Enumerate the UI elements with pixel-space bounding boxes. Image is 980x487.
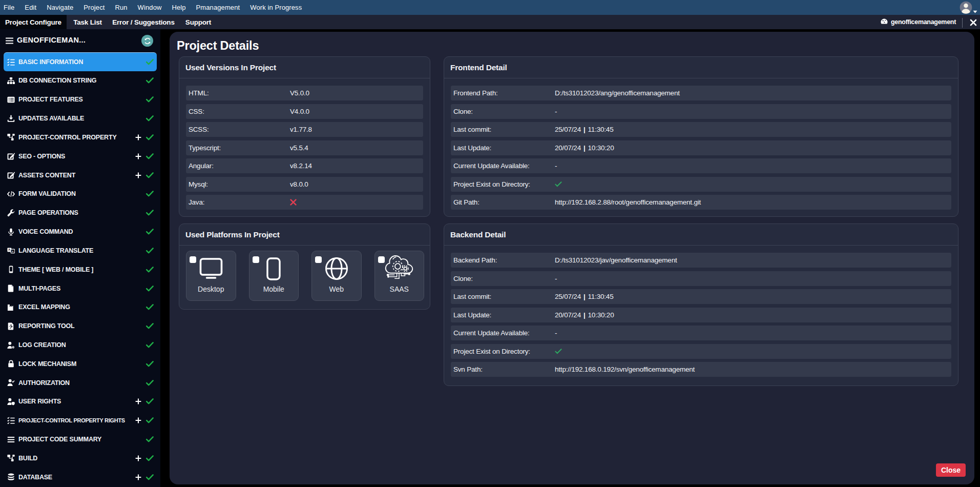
svg-text:e: e — [12, 250, 13, 253]
svg-text:A: A — [8, 248, 11, 252]
